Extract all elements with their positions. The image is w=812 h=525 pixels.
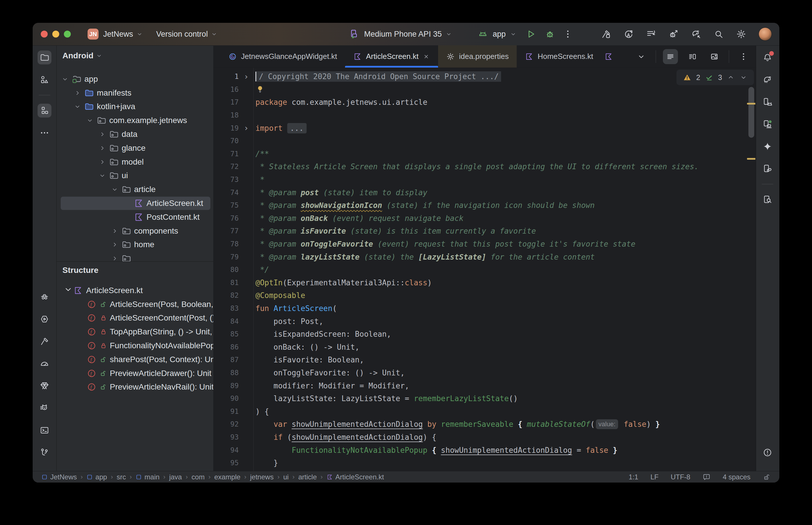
structure-item[interactable]: fFunctionalityNotAvailablePop: [57, 339, 213, 352]
device-explorer-button[interactable]: [761, 193, 774, 207]
file-writable-icon[interactable]: [763, 473, 771, 481]
tree-item-glance[interactable]: glance: [57, 141, 213, 155]
structure-item[interactable]: fPreviewArticleDrawer(): Unit: [57, 366, 213, 380]
build-hammer-icon[interactable]: [601, 29, 611, 39]
breadcrumb-ui[interactable]: ui: [283, 473, 289, 481]
gemini-button[interactable]: [761, 139, 774, 153]
structure-item[interactable]: fArticleScreen(Post, Boolean,: [57, 297, 213, 311]
breadcrumb-jetnews[interactable]: jetnews: [250, 473, 274, 481]
app-inspection-button[interactable]: [38, 290, 51, 304]
chevron-right-icon[interactable]: [99, 144, 109, 152]
gradle-sync-icon[interactable]: [691, 29, 701, 39]
status-file-encoding[interactable]: UTF-8: [671, 473, 690, 481]
breadcrumb-example[interactable]: example: [214, 473, 240, 481]
code-line-83[interactable]: 83fun ArticleScreen(: [213, 302, 756, 315]
version-control-button[interactable]: [38, 446, 51, 460]
hidden-tabs-chevron-button[interactable]: [634, 49, 649, 64]
code-line-95[interactable]: 95 }: [213, 456, 756, 469]
logcat-button[interactable]: [38, 401, 51, 415]
close-window-button[interactable]: [41, 31, 48, 38]
code-line-18[interactable]: 18: [213, 109, 756, 122]
chevron-down-icon[interactable]: [86, 116, 97, 125]
more-actions-button[interactable]: [563, 29, 573, 39]
status-indent[interactable]: 4 spaces: [723, 473, 751, 481]
code-line-17[interactable]: 17package com.example.jetnews.ui.article: [213, 96, 756, 109]
breadcrumb-articlescreen-kt[interactable]: ArticleScreen.kt: [326, 473, 384, 481]
chevron-right-icon[interactable]: [111, 240, 121, 249]
structure-item[interactable]: fsharePost(Post, Context): Un: [57, 352, 213, 366]
tree-item-data[interactable]: data: [57, 127, 213, 141]
project-view-selector[interactable]: Android: [57, 45, 213, 60]
breadcrumb-main[interactable]: main: [135, 473, 160, 481]
fold-arrow-icon[interactable]: ›: [239, 72, 254, 81]
code-line-89[interactable]: 89 modifier: Modifier = Modifier,: [213, 379, 756, 392]
profiler-button[interactable]: [38, 357, 51, 371]
tab-overflow[interactable]: [601, 45, 624, 68]
structure-item[interactable]: fArticleScreenContent(Post, (): [57, 311, 213, 325]
chevron-down-icon[interactable]: [111, 185, 121, 194]
status-line-separator[interactable]: LF: [650, 473, 659, 481]
user-avatar[interactable]: [758, 27, 772, 41]
device-selector[interactable]: Medium Phone API 35: [349, 23, 452, 45]
code-line-85[interactable]: 85 isExpandedScreen: Boolean,: [213, 328, 756, 341]
editor-more-button[interactable]: [736, 49, 751, 64]
attach-debugger-icon[interactable]: [668, 29, 679, 39]
tree-item-model[interactable]: model: [57, 155, 213, 169]
tree-item-article[interactable]: article: [57, 182, 213, 196]
code-line-93[interactable]: 93 if (showUnimplementedActionDialog) {: [213, 431, 756, 444]
scrollbar-thumb[interactable]: [749, 87, 754, 138]
run-config-label[interactable]: app: [493, 30, 506, 39]
build-button[interactable]: [38, 334, 51, 348]
code-line-82[interactable]: 82@Composable: [213, 289, 756, 302]
zoom-window-button[interactable]: [64, 31, 71, 38]
tab-articlescreen-kt[interactable]: ArticleScreen.kt: [345, 45, 438, 68]
prev-problem-button[interactable]: [727, 73, 735, 81]
view-split-button[interactable]: [685, 49, 700, 64]
project-folder-button[interactable]: [38, 50, 51, 64]
code-line-71[interactable]: 71/**: [213, 148, 756, 161]
tree-item-com-example-jetnews[interactable]: com.example.jetnews: [57, 114, 213, 127]
code-line-80[interactable]: 80 */: [213, 264, 756, 276]
chevron-down-icon[interactable]: [99, 171, 109, 180]
code-line-87[interactable]: 87 isFavorite: Boolean,: [213, 354, 756, 366]
minimize-window-button[interactable]: [52, 31, 59, 38]
intention-bulb-icon[interactable]: [255, 85, 265, 94]
feedback-icon[interactable]: [703, 473, 711, 481]
chevron-right-icon[interactable]: [111, 227, 121, 235]
services-button[interactable]: [38, 312, 51, 326]
close-tab-icon[interactable]: [423, 53, 430, 60]
code-line-94[interactable]: 94 FunctionalityNotAvailablePopup { show…: [213, 444, 756, 456]
settings-gear-icon[interactable]: [736, 29, 747, 39]
problems-button[interactable]: [761, 446, 774, 460]
chevron-right-icon[interactable]: [111, 254, 121, 261]
tree-item-postcontent-kt[interactable]: PostContent.kt: [57, 210, 213, 224]
code-line-70[interactable]: 70: [213, 135, 756, 148]
code-line-84[interactable]: 84 post: Post,: [213, 315, 756, 328]
code-line-91[interactable]: 91) {: [213, 405, 756, 418]
code-line-74[interactable]: 74 * @param post (state) item to display: [213, 186, 756, 199]
view-code-button[interactable]: [663, 49, 678, 64]
code-line-92[interactable]: 92 var showUnimplementedActionDialog by …: [213, 418, 756, 431]
structure-root[interactable]: ArticleScreen.kt: [57, 284, 213, 297]
running-devices-button[interactable]: [761, 117, 774, 131]
status-caret-position[interactable]: 1:1: [629, 473, 638, 481]
search-icon[interactable]: [713, 29, 724, 39]
chevron-down-icon[interactable]: [61, 75, 72, 84]
gradle-button[interactable]: [761, 73, 774, 87]
chevron-right-icon[interactable]: [99, 158, 109, 166]
next-problem-button[interactable]: [739, 73, 748, 81]
tree-item-kotlin-java[interactable]: kotlin+java: [57, 100, 213, 114]
code-line-19[interactable]: 19›import ...: [213, 122, 756, 135]
code-line-79[interactable]: 79 * @param lazyListState (state) the [L…: [213, 250, 756, 264]
breadcrumb-jetnews[interactable]: JetNews: [41, 473, 77, 481]
code-line-77[interactable]: 77 * @param isFavorite (state) is this i…: [213, 225, 756, 238]
breadcrumb-src[interactable]: src: [117, 473, 126, 481]
device-manager-button[interactable]: [761, 95, 774, 109]
code-line-81[interactable]: 81@OptIn(ExperimentalMaterial3Api::class…: [213, 276, 756, 289]
structure-item[interactable]: fTopAppBar(String, () -> Unit,: [57, 325, 213, 339]
vcs-widget[interactable]: Version control: [156, 30, 218, 39]
tree-item-articlescreen-kt[interactable]: ArticleScreen.kt: [57, 196, 213, 210]
code-line-16[interactable]: 16: [213, 83, 756, 96]
view-design-button[interactable]: [707, 49, 722, 64]
chevron-right-icon[interactable]: [74, 89, 84, 97]
